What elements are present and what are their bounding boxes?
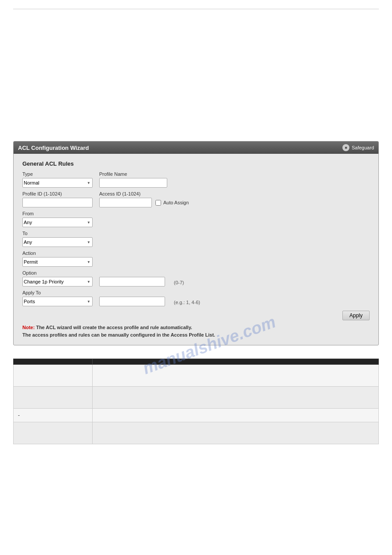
note-body-2: The access profiles and rules can be man… [22,332,215,337]
auto-assign-checkbox[interactable] [155,200,161,206]
access-id-input[interactable] [99,198,152,207]
top-divider [13,9,379,9]
option-group: Option Change 1p Priority None [22,270,93,287]
apply-to-row: Apply To Ports (e.g.: 1, 4-6) [22,290,370,306]
table-cell-3-2 [93,409,379,422]
table-cell-3-1: - [14,409,93,422]
table-cell-1-1 [14,365,93,387]
apply-row: Apply [22,311,370,320]
access-id-group: Access ID (1-1024) Auto Assign [99,191,189,207]
action-row: Action Permit Deny [22,250,370,267]
option-row: Option Change 1p Priority None (0-7) [22,270,370,287]
profile-name-input[interactable] [99,178,167,188]
type-select-wrapper: Normal [22,178,93,188]
action-select[interactable]: Permit Deny [22,257,93,267]
table-cell-4-2 [93,422,379,444]
table-row [14,422,379,444]
acl-panel: ACL Configuration Wizard ■ Safeguard Gen… [13,141,379,345]
to-group: To Any [22,231,93,247]
type-profile-row: Type Normal Profile Name [22,171,370,188]
from-group: From Any [22,211,93,227]
panel-title: ACL Configuration Wizard [18,145,89,151]
to-select[interactable]: Any [22,237,93,247]
col-header-2 [93,359,379,365]
action-label: Action [22,250,93,256]
table-row [14,387,379,409]
action-select-wrapper: Permit Deny [22,257,93,267]
to-label: To [22,231,93,236]
from-select[interactable]: Any [22,218,93,227]
to-select-wrapper: Any [22,237,93,247]
note-body-1: The ACL wizard will create the access pr… [35,325,192,330]
apply-to-group: Apply To Ports [22,290,93,306]
panel-header: ACL Configuration Wizard ■ Safeguard [14,141,378,154]
access-id-label: Access ID (1-1024) [99,191,189,196]
option-select-wrapper: Change 1p Priority None [22,277,93,287]
type-select[interactable]: Normal [22,178,93,188]
apply-to-range-label: (e.g.: 1, 4-6) [174,300,200,305]
table-head [14,359,379,365]
safeguard-logo: ■ Safeguard [342,144,374,151]
profile-name-group: Profile Name [99,171,167,188]
option-range-label: (0-7) [174,280,184,285]
type-group: Type Normal [22,171,93,188]
table-cell-2-1 [14,387,93,409]
table-cell-4-1 [14,422,93,444]
apply-to-label: Apply To [22,290,93,295]
white-space [0,18,392,141]
safeguard-label: Safeguard [352,145,374,150]
apply-to-select-wrapper: Ports [22,297,93,306]
action-group: Action Permit Deny [22,250,93,267]
auto-assign-label: Auto Assign [163,200,189,205]
data-table: - [13,359,379,444]
table-row: - [14,409,379,422]
type-label: Type [22,171,93,177]
option-label: Option [22,270,93,276]
from-label: From [22,211,93,216]
table-body: - [14,365,379,444]
table-header-row [14,359,379,365]
profile-id-row: Profile ID (1-1024) Access ID (1-1024) A… [22,191,370,207]
apply-button[interactable]: Apply [342,311,370,320]
to-row: To Any [22,231,370,247]
table-cell-2-2 [93,387,379,409]
option-value-input[interactable] [99,277,165,287]
apply-to-select[interactable]: Ports [22,297,93,306]
note-prefix: Note: [22,325,35,330]
apply-to-value-input[interactable] [99,297,165,306]
col-header-1 [14,359,93,365]
profile-id-label: Profile ID (1-1024) [22,191,93,196]
profile-id-input[interactable] [22,198,93,207]
table-row [14,365,379,387]
option-select[interactable]: Change 1p Priority None [22,277,93,287]
profile-id-group: Profile ID (1-1024) [22,191,93,207]
note-section: Note: The ACL wizard will create the acc… [22,324,370,338]
section-title: General ACL Rules [22,160,370,167]
table-cell-1-2 [93,365,379,387]
table-section: - [13,359,379,444]
profile-name-label: Profile Name [99,171,167,177]
safeguard-icon: ■ [342,144,349,151]
from-select-wrapper: Any [22,218,93,227]
panel-body: General ACL Rules Type Normal Profile Na… [14,154,378,345]
from-row: From Any [22,211,370,227]
auto-assign-group: Auto Assign [155,200,189,206]
